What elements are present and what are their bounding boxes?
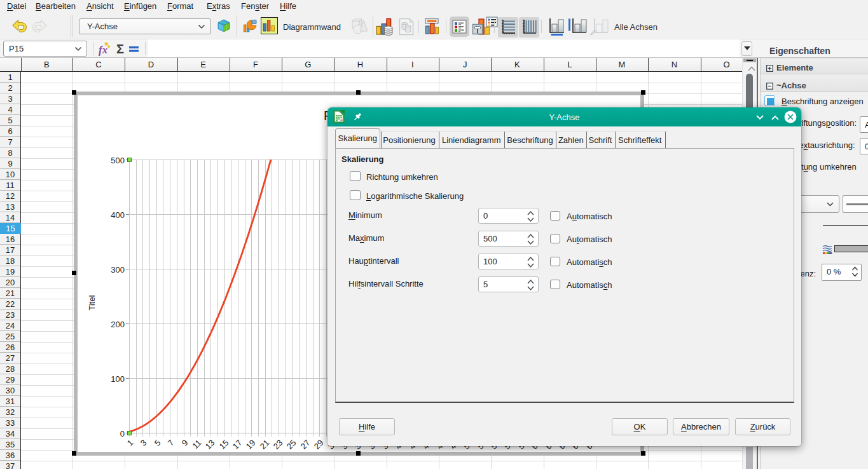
svg-text:fx: fx [99, 44, 108, 56]
